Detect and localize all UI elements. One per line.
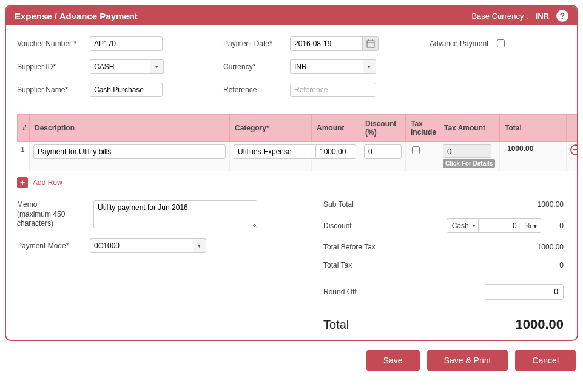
supplier-name-input[interactable] [90, 83, 163, 97]
roundoff-input[interactable] [485, 284, 564, 300]
summary-panel: Sub Total 1000.00 Discount Cash▾ %▾ [323, 200, 566, 333]
tax-include-checkbox[interactable] [412, 146, 420, 154]
total-tax-value: 0 [559, 261, 564, 269]
advance-payment-checkbox[interactable] [497, 39, 505, 47]
row-total: 1000.00 [504, 144, 533, 153]
reference-input[interactable] [290, 83, 376, 97]
payment-mode-combo[interactable] [90, 238, 193, 253]
currency-label: Currency* [223, 63, 284, 71]
delete-row-icon[interactable] [570, 144, 578, 155]
roundoff-label: Round Off [323, 288, 356, 296]
chevron-down-icon: ▾ [533, 221, 537, 230]
col-header-num: # [18, 115, 30, 142]
payment-date-label: Payment Date* [223, 39, 284, 48]
base-currency-value: INR [536, 12, 549, 21]
col-header-discount: Discount (%) [360, 115, 406, 142]
total-before-tax-value: 1000.00 [538, 243, 564, 251]
discount-type-combo[interactable]: Cash▾ [447, 218, 479, 233]
discount-result: 0 [559, 221, 564, 230]
col-header-delete [567, 115, 579, 142]
base-currency-label: Base Currency : [471, 12, 528, 21]
col-header-tax-include: Tax Include [406, 115, 439, 142]
add-row-label: Add Row [33, 178, 62, 187]
currency-dropdown-icon[interactable]: ▾ [363, 59, 376, 74]
save-print-button[interactable]: Save & Print [427, 350, 508, 371]
add-row-button[interactable]: + Add Row [17, 177, 566, 188]
supplier-name-label: Supplier Name* [17, 86, 84, 94]
payment-mode-label: Payment Mode* [17, 242, 84, 250]
action-bar: Save Save & Print Cancel [5, 350, 578, 371]
save-button[interactable]: Save [366, 350, 420, 371]
subtotal-label: Sub Total [323, 200, 354, 209]
table-row: 1 ▾ [18, 142, 579, 171]
line-items-grid: # Description Category* Amount Discount … [17, 114, 566, 188]
header-right: Base Currency : INR ? [471, 10, 568, 22]
discount-unit-combo[interactable]: %▾ [521, 218, 542, 233]
plus-icon: + [17, 177, 28, 188]
supplier-id-label: Supplier ID* [17, 63, 84, 71]
voucher-number-label: Voucher Number * [17, 39, 84, 48]
voucher-number-input[interactable] [90, 36, 163, 51]
grand-total-value: 1000.00 [515, 317, 564, 333]
subtotal-value: 1000.00 [538, 200, 564, 209]
discount-label: Discount [323, 221, 352, 230]
page-title: Expense / Advance Payment [15, 11, 138, 21]
svg-rect-0 [367, 41, 374, 47]
cancel-button[interactable]: Cancel [515, 350, 576, 371]
tax-amount-input[interactable] [443, 144, 491, 158]
col-header-total: Total [500, 115, 567, 142]
col-header-category: Category* [230, 115, 312, 142]
help-icon[interactable]: ? [556, 10, 568, 22]
tax-details-hint[interactable]: Click For Details [443, 159, 495, 168]
calendar-icon[interactable] [363, 36, 379, 51]
supplier-id-dropdown-icon[interactable]: ▾ [150, 59, 164, 74]
memo-label: Memo (maximum 450 characters) [17, 200, 84, 229]
advance-payment-label: Advance Payment [430, 39, 488, 48]
amount-input[interactable] [315, 144, 356, 159]
currency-combo[interactable] [290, 59, 363, 74]
row-index: 1 [18, 142, 30, 171]
discount-input[interactable] [364, 144, 402, 159]
supplier-id-combo[interactable] [90, 59, 150, 74]
reference-label: Reference [223, 86, 284, 94]
discount-amount-input[interactable] [479, 218, 521, 233]
payment-date-input[interactable] [290, 36, 363, 51]
panel-header: Expense / Advance Payment Base Currency … [6, 6, 577, 25]
description-input[interactable] [33, 144, 226, 159]
panel-body: Voucher Number * Supplier ID* ▾ Supplier… [6, 25, 577, 340]
chevron-down-icon: ▾ [473, 223, 476, 229]
expense-panel: Expense / Advance Payment Base Currency … [5, 5, 578, 341]
col-header-tax-amount: Tax Amount [439, 115, 500, 142]
total-tax-label: Total Tax [323, 261, 352, 269]
memo-textarea[interactable] [93, 200, 257, 228]
payment-mode-dropdown-icon[interactable]: ▾ [193, 238, 206, 253]
grand-total-label: Total [323, 318, 349, 332]
col-header-description: Description [30, 115, 230, 142]
col-header-amount: Amount [312, 115, 360, 142]
header-form: Voucher Number * Supplier ID* ▾ Supplier… [17, 36, 566, 97]
total-before-tax-label: Total Before Tax [323, 243, 376, 251]
